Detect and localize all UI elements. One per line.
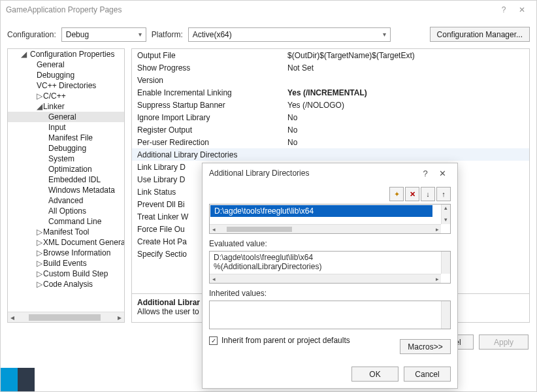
tree-item-linker-input[interactable]: Input (48, 123, 66, 132)
platform-label: Platform: (152, 30, 183, 39)
tree-item-linker-optimization[interactable]: Optimization (48, 165, 92, 174)
property-value[interactable]: Not Set (287, 63, 529, 73)
property-value[interactable]: No (287, 113, 529, 122)
scroll-thumb[interactable] (29, 314, 101, 321)
property-name: Show Progress (137, 63, 287, 73)
scroll-right-icon[interactable]: ▸ (115, 313, 124, 322)
caret-down-icon[interactable]: ◢ (21, 50, 27, 59)
close-icon[interactable]: ✕ (513, 5, 531, 14)
property-name: Ignore Import Library (137, 113, 287, 122)
vscrollbar[interactable] (441, 252, 450, 274)
property-row[interactable]: Output File$(OutDir)$(TargetName)$(Targe… (132, 49, 529, 61)
evaluated-line: D:\agde\tools\freeglut\lib\x64 (214, 253, 440, 262)
close-icon[interactable]: ✕ (434, 169, 451, 178)
property-row[interactable]: Show ProgressNot Set (132, 61, 529, 74)
tree-hscroll[interactable]: ◂ ▸ (8, 312, 124, 322)
move-up-button[interactable]: ↑ (436, 187, 451, 201)
toolbar: ✦ ✕ ↓ ↑ (209, 187, 451, 201)
property-row[interactable]: Version (132, 74, 529, 86)
paths-editbox[interactable]: D:\agde\tools\freeglut\lib\x64 ▴▾ ◂▸ (209, 204, 451, 234)
tree-root[interactable]: Configuration Properties (27, 50, 114, 59)
tree-item-linker-debugging[interactable]: Debugging (48, 144, 86, 153)
config-combo[interactable]: Debug ▾ (61, 27, 146, 42)
new-line-button[interactable]: ✦ (389, 187, 404, 201)
caret-right-icon[interactable]: ▷ (37, 269, 43, 278)
tree-item-linker-winmd[interactable]: Windows Metadata (48, 186, 115, 195)
tree-item-debugging[interactable]: Debugging (37, 71, 74, 80)
nav-tree[interactable]: ◢Configuration Properties General Debugg… (7, 48, 125, 323)
tree-item-ccpp[interactable]: C/C++ (43, 91, 66, 101)
tree-item-linker[interactable]: Linker (43, 102, 65, 111)
vscrollbar[interactable] (441, 301, 450, 329)
hscrollbar[interactable]: ◂▸ (210, 224, 441, 233)
tree-item-manifest-tool[interactable]: Manifest Tool (43, 227, 89, 237)
property-value[interactable]: No (287, 125, 529, 135)
apply-button[interactable]: Apply (479, 335, 529, 350)
property-value[interactable]: No (287, 138, 529, 147)
property-row[interactable]: Per-user RedirectionNo (132, 136, 529, 148)
dialog-title: Additional Library Directories (209, 169, 417, 178)
property-value[interactable]: Yes (/NOLOGO) (287, 101, 529, 110)
tree-item-xml-doc[interactable]: XML Document Generator (43, 238, 125, 247)
property-name: Output File (137, 51, 287, 60)
inherit-label: Inherit from parent or project defaults (221, 336, 350, 345)
platform-combo[interactable]: Active(x64) ▾ (188, 27, 391, 42)
inherited-box (209, 301, 451, 329)
tree-item-general[interactable]: General (37, 60, 65, 69)
window-title: GameApplication Property Pages (6, 5, 495, 14)
scroll-left-icon[interactable]: ◂ (8, 313, 17, 322)
caret-right-icon[interactable]: ▷ (37, 227, 43, 237)
path-entry[interactable]: D:\agde\tools\freeglut\lib\x64 (210, 205, 432, 217)
tree-item-vcdirs[interactable]: VC++ Directories (37, 81, 96, 90)
config-value: Debug (66, 30, 89, 39)
help-icon[interactable]: ? (495, 5, 513, 14)
platform-value: Active(x64) (193, 30, 232, 39)
tree-item-linker-general[interactable]: General (48, 112, 76, 122)
delete-line-button[interactable]: ✕ (405, 187, 419, 201)
caret-right-icon[interactable]: ▷ (37, 259, 43, 268)
titlebar: GameApplication Property Pages ? ✕ (1, 1, 536, 19)
tree-item-custom-build[interactable]: Custom Build Step (43, 269, 108, 278)
dialog-ok-button[interactable]: OK (351, 367, 399, 382)
tree-item-linker-idl[interactable]: Embedded IDL (48, 175, 101, 184)
property-pages-window: GameApplication Property Pages ? ✕ Confi… (0, 0, 537, 392)
tree-item-linker-system[interactable]: System (48, 154, 74, 163)
inherited-label: Inherited values: (209, 289, 451, 298)
tree-item-linker-manifest[interactable]: Manifest File (48, 133, 93, 142)
property-name: Version (137, 76, 287, 85)
tree-item-linker-advanced[interactable]: Advanced (48, 196, 83, 205)
help-icon[interactable]: ? (417, 169, 434, 178)
macros-button[interactable]: Macros>> (400, 339, 451, 354)
caret-right-icon[interactable]: ▷ (37, 91, 43, 101)
caret-right-icon[interactable]: ▷ (37, 248, 43, 257)
property-row[interactable]: Enable Incremental LinkingYes (/INCREMEN… (132, 86, 529, 99)
chevron-down-icon: ▾ (383, 31, 386, 38)
tree-item-linker-cmdline[interactable]: Command Line (48, 217, 101, 226)
move-down-button[interactable]: ↓ (421, 187, 435, 201)
dialog-cancel-button[interactable]: Cancel (404, 367, 451, 382)
config-manager-button[interactable]: Configuration Manager... (430, 27, 530, 42)
caret-down-icon[interactable]: ◢ (37, 102, 43, 111)
property-row[interactable]: Register OutputNo (132, 123, 529, 136)
property-value[interactable]: $(OutDir)$(TargetName)$(TargetExt) (287, 51, 529, 60)
property-row[interactable]: Additional Library Directories (132, 148, 529, 161)
tree-item-code-analysis[interactable]: Code Analysis (43, 280, 93, 289)
tree-item-build-events[interactable]: Build Events (43, 259, 87, 268)
caret-right-icon[interactable]: ▷ (37, 238, 43, 247)
vscrollbar[interactable]: ▴▾ (441, 204, 450, 224)
property-row[interactable]: Ignore Import LibraryNo (132, 111, 529, 123)
property-row[interactable]: Suppress Startup BannerYes (/NOLOGO) (132, 99, 529, 111)
property-name: Register Output (137, 125, 287, 135)
evaluated-line: %(AdditionalLibraryDirectories) (214, 262, 440, 271)
property-value[interactable]: Yes (/INCREMENTAL) (287, 88, 529, 97)
tree-item-linker-alloptions[interactable]: All Options (48, 206, 86, 216)
property-name: Suppress Startup Banner (137, 101, 287, 110)
hscrollbar[interactable]: ◂▸ (210, 274, 441, 283)
config-row: Configuration: Debug ▾ Platform: Active(… (1, 19, 536, 48)
tree-item-browse-info[interactable]: Browse Information (43, 248, 110, 257)
evaluated-box: D:\agde\tools\freeglut\lib\x64 %(Additio… (209, 251, 451, 284)
property-name: Additional Library Directories (137, 150, 287, 159)
caret-right-icon[interactable]: ▷ (37, 280, 43, 289)
property-name: Per-user Redirection (137, 138, 287, 147)
inherit-checkbox[interactable]: ✓ (209, 336, 218, 345)
